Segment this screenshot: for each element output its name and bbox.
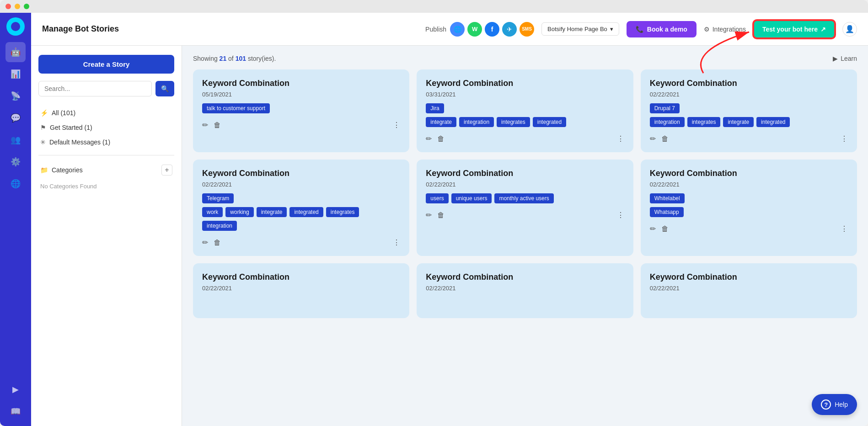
edit-icon[interactable]: ✏ — [650, 134, 656, 143]
delete-icon[interactable]: 🗑 — [661, 135, 669, 143]
delete-icon[interactable]: 🗑 — [437, 135, 445, 143]
card-title: Keyword Combination — [426, 79, 624, 88]
sidebar-item-settings[interactable]: ⚙️ — [5, 152, 26, 172]
tag: Whatsapp — [650, 207, 684, 217]
card-title: Keyword Combination — [650, 169, 848, 178]
tag: integrate — [257, 207, 287, 217]
tag-row-2: Whatsapp — [650, 207, 848, 217]
filter-default-label: Default Messages (1) — [49, 138, 110, 146]
publish-web-icon[interactable]: 🌐 — [450, 22, 465, 37]
card-date: 02/22/2021 — [202, 285, 400, 292]
tag: work — [202, 207, 223, 217]
messages-icon: 💬 — [11, 113, 21, 123]
delete-icon[interactable]: 🗑 — [437, 211, 445, 219]
edit-icon[interactable]: ✏ — [202, 121, 208, 129]
minimize-button[interactable] — [15, 4, 20, 9]
card-date: 02/22/2021 — [650, 91, 848, 98]
more-icon[interactable]: ⋮ — [841, 134, 848, 143]
tag: integrated — [533, 117, 566, 127]
help-button[interactable]: ? Help — [812, 394, 857, 415]
card-actions: ✏ 🗑 ⋮ — [426, 134, 624, 143]
learn-button[interactable]: ▶ Learn — [833, 55, 857, 62]
sidebar-item-video[interactable]: ▶ — [5, 379, 26, 399]
users-icon: 👥 — [11, 135, 21, 145]
stories-count: Showing 21 of 101 story(ies). — [193, 55, 276, 62]
story-card: Keyword Combination 03/31/2021 Jira inte… — [417, 69, 633, 152]
folder-icon: 📁 — [40, 166, 48, 174]
more-icon[interactable]: ⋮ — [393, 121, 400, 129]
delete-icon[interactable]: 🗑 — [214, 121, 221, 129]
card-date: 02/22/2021 — [426, 181, 624, 188]
showing-count: 21 — [220, 55, 227, 62]
publish-section: Publish 🌐 W f ✈ SMS — [425, 22, 534, 37]
search-button[interactable]: 🔍 — [155, 81, 174, 96]
integrations-button[interactable]: ⚙ Integrations — [704, 26, 746, 33]
filter-all-label: All (101) — [52, 109, 75, 117]
test-bot-button[interactable]: Test your bot here ↗ — [753, 20, 835, 38]
card-date: 02/22/2021 — [202, 181, 400, 188]
filter-default-messages[interactable]: ✳ Default Messages (1) — [38, 135, 174, 149]
tag: integrated — [289, 207, 323, 217]
tag-row: Telegram — [202, 193, 400, 203]
tag: monthly active users — [494, 193, 553, 203]
maximize-button[interactable] — [24, 4, 29, 9]
categories-row: 📁 Categories + — [38, 161, 174, 179]
tag-row: users unique users monthly active users — [426, 193, 624, 203]
tag: users — [426, 193, 448, 203]
more-icon[interactable]: ⋮ — [617, 134, 624, 143]
sidebar-item-analytics[interactable]: 📊 — [5, 64, 26, 84]
publish-sms-icon[interactable]: SMS — [520, 22, 534, 37]
left-panel: Create a Story 🔍 ⚡ All (101) ⚑ Get Start… — [31, 46, 182, 426]
filter-get-started[interactable]: ⚑ Get Started (1) — [38, 120, 174, 135]
card-actions: ✏ 🗑 ⋮ — [202, 121, 400, 129]
search-input[interactable] — [38, 81, 152, 96]
card-actions: ✏ 🗑 ⋮ — [650, 134, 848, 143]
sidebar-item-broadcast[interactable]: 📡 — [5, 86, 26, 106]
publish-whatsapp-icon[interactable]: W — [467, 22, 482, 37]
tag: integrate — [723, 117, 754, 127]
tag: Drupal 7 — [650, 103, 680, 113]
tag-row: Whitelabel — [650, 193, 848, 203]
more-icon[interactable]: ⋮ — [393, 238, 400, 247]
create-story-button[interactable]: Create a Story — [38, 55, 174, 74]
filter-all[interactable]: ⚡ All (101) — [38, 106, 174, 120]
story-card: Keyword Combination 02/22/2021 — [417, 263, 633, 318]
book-demo-button[interactable]: 📞 Book a demo — [627, 21, 697, 37]
globe-icon: 🌐 — [11, 179, 21, 189]
more-icon[interactable]: ⋮ — [617, 211, 624, 219]
bot-icon: 🤖 — [11, 47, 21, 57]
edit-icon[interactable]: ✏ — [426, 134, 432, 143]
close-button[interactable] — [5, 4, 11, 9]
delete-icon[interactable]: 🗑 — [661, 225, 669, 233]
edit-icon[interactable]: ✏ — [650, 224, 656, 233]
card-actions: ✏ 🗑 ⋮ — [202, 238, 400, 247]
sidebar-item-globe[interactable]: 🌐 — [5, 174, 26, 194]
content-area: Create a Story 🔍 ⚡ All (101) ⚑ Get Start… — [31, 46, 868, 426]
logo[interactable] — [6, 17, 25, 36]
card-title: Keyword Combination — [202, 79, 400, 88]
filter-icon: ⚡ — [40, 109, 48, 117]
story-card: Keyword Combination 05/19/2021 talk to c… — [193, 69, 409, 152]
card-date: 02/22/2021 — [650, 285, 848, 292]
card-date: 03/31/2021 — [426, 91, 624, 98]
story-card: Keyword Combination 02/22/2021 Whitelabe… — [641, 160, 857, 256]
publish-telegram-icon[interactable]: ✈ — [502, 22, 517, 37]
publish-facebook-icon[interactable]: f — [485, 22, 499, 37]
sidebar-item-users[interactable]: 👥 — [5, 130, 26, 150]
more-icon[interactable]: ⋮ — [841, 224, 848, 233]
edit-icon[interactable]: ✏ — [202, 238, 208, 247]
edit-icon[interactable]: ✏ — [426, 211, 432, 219]
add-category-button[interactable]: + — [161, 165, 172, 176]
sidebar-item-messages[interactable]: 💬 — [5, 108, 26, 128]
bot-selector[interactable]: Botsify Home Page Bo ▾ — [541, 22, 619, 36]
tag: integrates — [326, 207, 359, 217]
story-card: Keyword Combination 02/22/2021 — [193, 263, 409, 318]
gear-icon: ⚙ — [704, 26, 710, 33]
tag-row: talk to customer support — [202, 103, 400, 113]
card-date: 05/19/2021 — [202, 91, 400, 98]
user-avatar[interactable]: 👤 — [842, 22, 857, 37]
delete-icon[interactable]: 🗑 — [214, 239, 221, 247]
sidebar-item-docs[interactable]: 📖 — [5, 401, 26, 421]
broadcast-icon: 📡 — [11, 91, 21, 101]
sidebar-item-bot[interactable]: 🤖 — [5, 42, 26, 62]
